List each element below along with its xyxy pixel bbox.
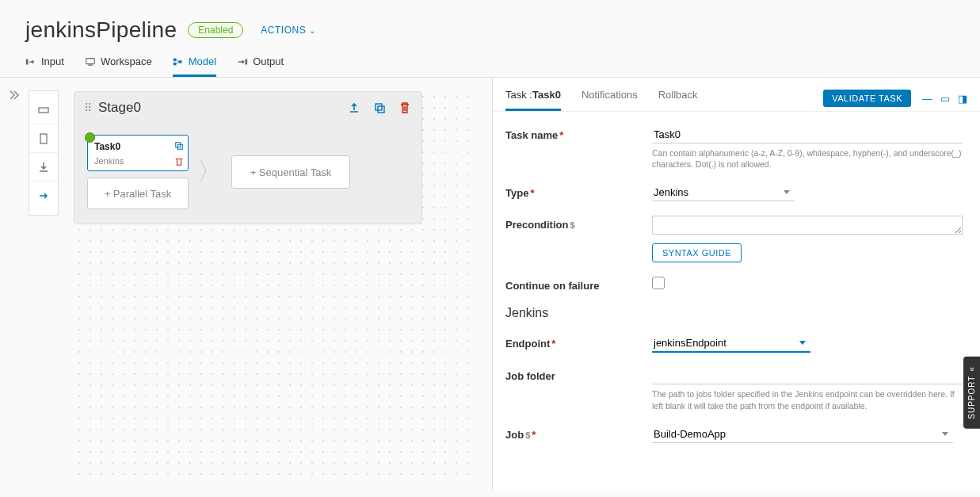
restore-icon[interactable]: ▭ [940,93,950,105]
svg-rect-9 [376,104,382,110]
minimize-icon[interactable]: — [922,93,932,105]
task-card[interactable]: Task0 Jenkins [87,135,189,171]
maximize-icon[interactable]: ◨ [958,93,967,105]
tab-output[interactable]: Output [237,51,284,77]
status-badge: Enabled [188,22,243,38]
actions-label: ACTIONS [261,25,306,36]
status-check-icon [85,132,95,143]
tab-model[interactable]: Model [173,51,216,77]
upload-icon[interactable] [347,101,361,115]
svg-rect-10 [378,106,384,113]
trash-icon[interactable] [174,156,185,167]
label-precondition: Precondition$ [505,216,652,262]
job-folder-input[interactable] [652,367,963,384]
tab-label: Output [253,55,284,67]
endpoint-select[interactable]: jenkinsEndpoint [652,335,810,353]
svg-rect-3 [174,58,177,61]
copy-icon[interactable] [372,101,387,115]
panel-tab-rollback[interactable]: Rollback [658,86,698,111]
label-continue: Continue on failure [505,277,652,292]
workspace-icon [85,56,96,67]
tab-input[interactable]: Input [25,51,64,77]
label-job-folder: Job folder [505,367,652,411]
tab-label: Workspace [101,55,152,67]
label-endpoint: Endpoint* [505,335,652,353]
svg-rect-1 [86,58,95,63]
support-tab[interactable]: SUPPORT « [963,357,980,429]
tab-label: Input [41,55,64,67]
job-select[interactable]: Build-DemoApp [652,426,953,443]
tab-workspace[interactable]: Workspace [85,51,152,77]
input-icon [25,56,36,67]
svg-rect-4 [174,62,177,65]
label-type: Type* [505,184,652,201]
tool-rect-icon[interactable] [29,96,58,124]
svg-rect-7 [39,108,48,113]
main-tabs: Input Workspace Model Output [0,51,980,78]
page-title: jenkinsPipeline [25,17,177,43]
job-folder-hint: The path to jobs folder specified in the… [652,388,963,411]
panel-tab-task[interactable]: Task :Task0 [505,86,561,111]
precondition-input[interactable] [652,216,963,235]
chevron-down-icon: ⌄ [309,26,316,35]
tool-page-icon[interactable] [29,124,58,153]
svg-rect-8 [40,134,47,143]
drag-handle-icon[interactable]: ⠿ [84,101,90,114]
svg-rect-2 [88,64,92,65]
connector-icon: 〉 [196,154,223,190]
syntax-guide-button[interactable]: SYNTAX GUIDE [652,243,742,262]
copy-icon[interactable] [174,140,185,151]
model-icon [173,56,184,67]
validate-task-button[interactable]: VALIDATE TASK [823,90,911,107]
tool-arrow-icon[interactable] [29,182,58,210]
task-name: Task0 [94,141,181,152]
trash-icon[interactable] [398,101,412,115]
add-sequential-task[interactable]: + Sequential Task [231,155,350,189]
task-panel: Task :Task0 Notifications Rollback VALID… [492,78,980,491]
stage-card: ⠿ Stage0 Task0 Jenkins [74,91,422,224]
tab-task-name: Task0 [532,89,561,101]
collapse-icon[interactable] [8,89,24,105]
section-jenkins: Jenkins [505,306,963,320]
label-task-name: Task name* [505,126,652,170]
panel-tab-notifications[interactable]: Notifications [582,86,638,111]
type-select[interactable]: Jenkins [652,184,795,201]
tab-label: Model [189,55,216,67]
output-icon [237,56,248,67]
task-type: Jenkins [94,156,181,166]
svg-rect-5 [179,60,182,63]
tab-prefix: Task : [505,89,532,101]
stage-title: Stage0 [98,100,347,116]
label-job: Job$* [505,426,652,443]
svg-rect-0 [26,59,29,64]
tool-download-icon[interactable] [29,153,58,182]
actions-menu[interactable]: ACTIONS ⌄ [261,25,315,36]
task-name-hint: Can contain alphanumeric (a-z, A-Z, 0-9)… [652,147,963,170]
svg-rect-6 [246,59,248,64]
add-parallel-task[interactable]: + Parallel Task [87,178,189,209]
continue-checkbox[interactable] [652,277,665,289]
support-label: SUPPORT [967,376,976,419]
support-icon: « [967,366,976,372]
task-name-input[interactable] [652,126,963,143]
canvas-toolbar [29,90,59,216]
